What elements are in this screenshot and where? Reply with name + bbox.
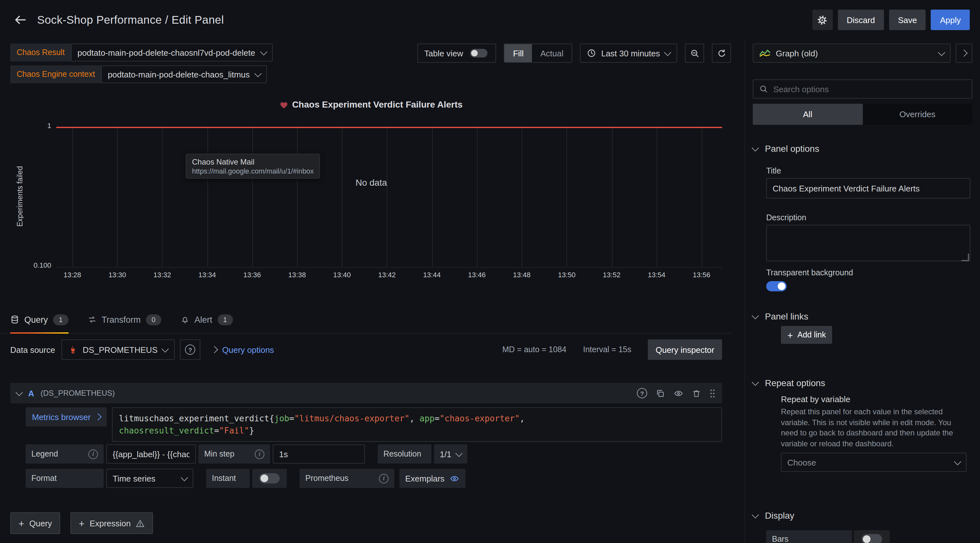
x-axis-tick: 13:44 [423,271,441,279]
metrics-browser-button[interactable]: Metrics browser [25,407,107,427]
toggle-viz-picker-button[interactable] [956,43,972,63]
time-range-label: Last 30 minutes [601,48,660,58]
gear-icon [817,14,828,25]
annotation-tooltip: Chaos Native Mail https://mail.google.co… [186,154,320,178]
page-title: Sock-Shop Performance / Edit Panel [37,13,224,27]
tab-transform[interactable]: Transform 0 [88,306,161,333]
variable-value-dropdown[interactable]: podtato-main-pod-delete-chaos_litmus [102,65,267,83]
variable-value-dropdown[interactable]: podtato-main-pod-delete-chaosnl7vd-pod-d… [71,43,272,62]
refresh-button[interactable] [712,43,731,63]
variable-label: Chaos Result [10,43,71,62]
section-panel-options[interactable]: Panel options [753,143,972,154]
exemplars-control[interactable]: Exemplars [399,469,466,488]
tab-label: Transform [102,315,141,324]
zoom-out-button[interactable] [685,43,704,63]
tab-alert[interactable]: Alert 1 [180,306,233,333]
trash-icon[interactable] [692,389,701,398]
tab-overrides[interactable]: Overrides [862,104,972,125]
panel-edit-main: Chaos Result podtato-main-pod-delete-cha… [0,40,743,543]
back-button[interactable] [10,10,31,30]
panel-settings-button[interactable] [812,10,833,30]
search-icon [759,84,768,94]
editor-tabs: Query 1 Transform 0 Alert 1 [0,306,732,334]
metrics-browser-label: Metrics browser [32,412,91,422]
legend-input[interactable] [106,444,196,463]
transparent-background-label: Transparent background [766,268,972,277]
chevron-down-icon [954,458,961,465]
grid-line [252,126,253,267]
duplicate-icon[interactable] [655,389,665,398]
info-icon: i [255,449,264,459]
eye-icon[interactable] [673,389,684,398]
fill-option[interactable]: Fill [505,44,532,62]
variable-label: Chaos Engine context [10,65,102,83]
table-view-control: Table view [417,43,496,63]
tab-query[interactable]: Query 1 [10,306,68,333]
x-axis: 13:2813:3013:3213:3413:3613:3813:4013:42… [56,271,722,281]
transparent-background-toggle[interactable] [766,281,787,291]
title-label: Title [766,167,972,175]
bars-toggle[interactable] [862,534,882,543]
tooltip-title: Chaos Native Mail [192,158,313,167]
table-view-toggle[interactable] [471,49,488,57]
chevron-down-icon [16,389,23,396]
graph-viz-icon [759,49,771,57]
drag-handle-icon[interactable] [709,389,716,398]
grafana-edit-panel: Sock-Shop Performance / Edit Panel Disca… [0,0,980,543]
section-panel-links[interactable]: Panel links [753,311,972,322]
grid-line [342,126,343,267]
discard-button[interactable]: Discard [838,10,884,30]
section-display[interactable]: Display [753,510,972,521]
query-options-toggle[interactable]: Query options [212,345,274,354]
data-source-picker[interactable]: DS_PROMETHEUS [62,339,175,360]
series-line [56,127,722,128]
panel-title-input[interactable] [766,178,970,199]
instant-toggle[interactable] [259,473,280,484]
description-textarea[interactable] [766,225,970,261]
add-query-button[interactable]: + Query [10,512,60,534]
chevron-down-icon [260,48,267,56]
x-axis-tick: 13:56 [693,271,710,279]
resolution-select[interactable]: 1/1 [434,444,467,463]
promql-code[interactable]: litmuschaos_experiment_verdict{job="litm… [112,407,722,442]
query-inspector-button[interactable]: Query inspector [648,339,722,360]
tab-count-badge: 1 [53,314,68,325]
options-search[interactable]: Search options [753,80,972,99]
visualization-picker[interactable]: Graph (old) [753,43,951,63]
chevron-down-icon [664,49,671,56]
prometheus-field-label: Prometheus i [299,469,394,488]
query-help-icon[interactable]: ? [637,388,647,398]
x-axis-tick: 13:48 [513,271,531,279]
chevron-down-icon [752,312,759,319]
actual-option[interactable]: Actual [532,44,572,62]
query-row-header[interactable]: A (DS_PROMETHEUS) ? [10,383,722,403]
save-button[interactable]: Save [889,10,926,30]
search-placeholder: Search options [773,84,829,94]
x-axis-tick: 13:54 [648,271,665,279]
query-datasource-name: (DS_PROMETHEUS) [41,389,115,398]
query-options-label: Query options [222,345,274,354]
apply-button[interactable]: Apply [931,10,970,30]
add-link-button[interactable]: + Add link [781,326,832,344]
options-sidebar: Graph (old) Search options All Overrides… [745,40,980,543]
repeat-variable-select[interactable]: Choose [781,453,967,472]
tab-all[interactable]: All [753,104,862,125]
min-step-input[interactable] [273,444,365,463]
x-axis-tick: 13:50 [558,271,576,279]
data-source-row: Data source DS_PROMETHEUS ? Query option… [10,339,722,360]
x-axis-tick: 13:36 [243,271,261,279]
add-expression-button[interactable]: + Expression [70,512,153,534]
description-label: Description [766,213,972,222]
variable-value-text: podtato-main-pod-delete-chaosnl7vd-pod-d… [78,48,255,57]
format-select[interactable]: Time series [106,469,193,488]
tooltip-url: https://mail.google.com/mail/u/1/#inbox [192,167,313,175]
grid-line [207,126,208,267]
chevron-right-icon [94,413,102,421]
chart-plot-area[interactable] [56,126,722,268]
data-source-help-button[interactable]: ? [180,339,200,360]
bars-option-row: Bars [766,530,890,543]
time-range-picker[interactable]: Last 30 minutes [580,43,677,63]
fill-actual-segmented: Fill Actual [504,43,573,63]
no-data-message: No data [0,177,743,188]
section-repeat-options[interactable]: Repeat options [753,378,972,388]
